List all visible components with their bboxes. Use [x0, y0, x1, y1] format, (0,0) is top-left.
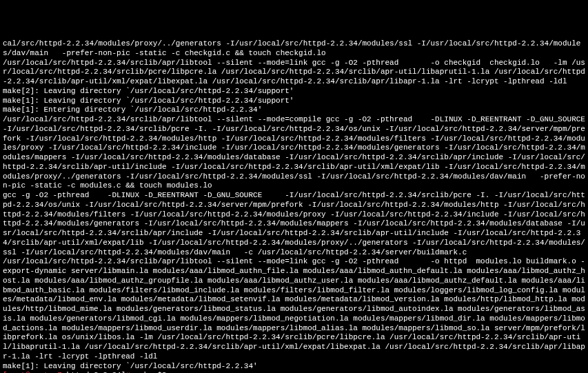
terminal-line: cal/src/httpd-2.2.34/modules/proxy/../ge… — [3, 39, 585, 59]
terminal-line: make[2]: Leaving directory `/usr/local/s… — [3, 87, 585, 97]
terminal-line: /usr/local/src/httpd-2.2.34/srclib/apr/l… — [3, 115, 585, 191]
terminal-line: gcc -g -O2 -pthread -DLINUX -D_REENTRANT… — [3, 191, 585, 257]
terminal-line: /usr/local/src/httpd-2.2.34/srclib/apr/l… — [3, 257, 585, 361]
terminal-line: make[1]: Entering directory `/usr/local/… — [3, 105, 585, 115]
terminal-output: cal/src/httpd-2.2.34/modules/proxy/../ge… — [3, 39, 585, 373]
terminal-line: make[1]: Leaving directory `/usr/local/s… — [3, 97, 585, 106]
terminal-line: /usr/local/src/httpd-2.2.34/srclib/apr/l… — [3, 59, 585, 87]
terminal-line: make[1]: Leaving directory `/usr/local/s… — [3, 362, 585, 372]
